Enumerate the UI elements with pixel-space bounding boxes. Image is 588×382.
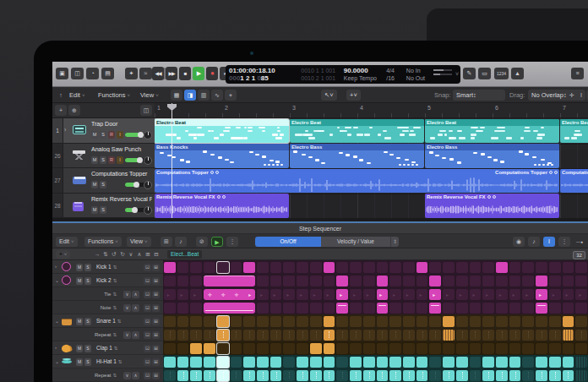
step-cell[interactable] <box>363 330 375 341</box>
step-cell[interactable] <box>350 303 362 314</box>
step-cell[interactable] <box>283 316 295 327</box>
mute-button[interactable]: M <box>76 358 83 366</box>
row-rate-icon[interactable]: ⊡ <box>144 277 151 285</box>
collapse-icon[interactable]: ⊟ <box>152 250 161 259</box>
volume-slider[interactable] <box>125 208 145 212</box>
solo-button[interactable]: S <box>84 345 91 352</box>
step-cell[interactable] <box>522 276 534 286</box>
lcd-chevron-icon[interactable]: ˅ <box>455 71 459 77</box>
step-cell[interactable] <box>482 357 494 368</box>
step-cell[interactable] <box>443 370 455 381</box>
step-cell[interactable] <box>470 343 482 354</box>
mode-velocity[interactable]: Velocity / Value <box>321 237 390 247</box>
step-cell[interactable] <box>549 276 561 286</box>
increment-icon[interactable]: ∧ <box>132 291 139 298</box>
step-cell[interactable] <box>416 262 428 273</box>
step-cell[interactable] <box>416 370 428 381</box>
step-cell[interactable]: ▸ <box>509 289 521 300</box>
step-cell[interactable] <box>204 316 215 327</box>
lcd-tempo[interactable]: 90.0000 Keep Tempo <box>340 65 383 84</box>
mute-button[interactable]: M <box>76 277 83 285</box>
step-cell[interactable] <box>509 330 521 341</box>
step-cell[interactable] <box>549 303 561 314</box>
flex-icon[interactable]: ∿ <box>211 90 223 101</box>
add-track-button[interactable]: + <box>55 105 67 116</box>
pattern-region-tab[interactable]: Elect...Beat <box>167 250 202 259</box>
step-cell[interactable] <box>509 303 521 314</box>
step-cell[interactable] <box>204 370 215 381</box>
count-in-button[interactable]: 1234 <box>494 68 509 79</box>
step-cell[interactable] <box>190 303 202 314</box>
row-rate-icon[interactable]: ⊡ <box>144 331 151 339</box>
step-cell[interactable] <box>470 316 482 327</box>
step-cell[interactable] <box>231 357 242 368</box>
step-cell[interactable] <box>297 343 308 354</box>
row-header-hi-hat-1[interactable]: ⌄MSHi-Hat 1⇅⊡⊞ <box>52 355 163 368</box>
step-cell[interactable] <box>575 330 587 341</box>
step-cell[interactable] <box>496 370 508 381</box>
more-icon[interactable]: ⋮ <box>558 237 570 247</box>
step-cell[interactable] <box>363 316 375 327</box>
step-cell[interactable]: ▸ <box>456 289 468 300</box>
step-cell[interactable] <box>549 330 561 341</box>
step-cell[interactable] <box>363 357 375 368</box>
step-cell[interactable] <box>429 262 441 273</box>
step-cell[interactable] <box>456 262 468 273</box>
step-cell[interactable] <box>350 357 362 368</box>
row-stepper-icon[interactable]: ⇅ <box>112 292 117 297</box>
menu-edit[interactable]: Edit˅ <box>66 90 88 101</box>
step-cell[interactable] <box>283 262 295 273</box>
row-rate-icon[interactable]: ⊡ <box>144 304 151 312</box>
disclosure-icon[interactable]: › <box>55 345 57 350</box>
forward-icon[interactable]: ▶▶ <box>166 67 177 80</box>
row-settings-icon[interactable]: ⊞ <box>152 372 160 379</box>
step-tie-span[interactable] <box>204 303 255 314</box>
row-rate-icon[interactable]: ⊡ <box>144 358 151 366</box>
step-cell[interactable] <box>536 276 547 286</box>
step-cell[interactable] <box>563 357 574 368</box>
step-cell[interactable] <box>509 370 521 381</box>
step-cell[interactable] <box>297 330 308 341</box>
step-cell[interactable]: ▸ <box>177 289 189 300</box>
step-cell[interactable] <box>522 316 534 327</box>
input-monitor-button[interactable]: I <box>117 131 123 139</box>
step-tie-span[interactable] <box>204 276 255 286</box>
track-name[interactable]: Remix Reverse Vocal FX <box>91 196 152 202</box>
row-stepper-icon[interactable]: ⇅ <box>112 332 117 337</box>
step-cell[interactable] <box>204 357 215 368</box>
step-cell[interactable] <box>350 370 362 381</box>
menu-functions[interactable]: Functions˅ <box>95 90 133 101</box>
step-cell[interactable] <box>231 343 242 354</box>
step-cell[interactable]: ▸ <box>324 289 335 300</box>
step-cell[interactable] <box>443 303 455 314</box>
step-cell[interactable] <box>310 262 322 273</box>
step-cell[interactable] <box>324 303 335 314</box>
step-cell[interactable] <box>297 276 308 286</box>
step-cell[interactable] <box>482 316 494 327</box>
step-cell[interactable] <box>549 343 561 354</box>
step-cell[interactable] <box>336 357 348 368</box>
more-icon[interactable]: ⋮ <box>226 237 238 247</box>
step-cell[interactable] <box>563 316 574 327</box>
step-cell[interactable] <box>377 343 389 354</box>
row-header-note[interactable]: Note⇅∨∧⊡⊞ <box>52 301 163 314</box>
step-cell[interactable] <box>231 370 242 381</box>
step-cell[interactable] <box>443 276 455 286</box>
note-value-icon[interactable]: ♪ <box>175 237 187 247</box>
step-cell[interactable] <box>310 316 322 327</box>
step-cell[interactable] <box>270 343 282 354</box>
step-tie-span[interactable]: ✛✛✛▸ <box>204 289 255 300</box>
step-cell[interactable] <box>177 303 189 314</box>
region-midi[interactable]: Electro Beat <box>560 119 588 144</box>
step-cell[interactable] <box>377 276 389 286</box>
step-cell[interactable] <box>257 316 269 327</box>
solo-button[interactable]: S <box>84 264 91 271</box>
step-cell[interactable] <box>164 316 176 327</box>
step-cell[interactable] <box>470 330 482 341</box>
step-cell[interactable] <box>549 262 561 273</box>
rewind-icon[interactable]: ◀◀ <box>152 67 164 80</box>
step-cell[interactable] <box>336 370 348 381</box>
pan-knob[interactable] <box>144 206 152 215</box>
row-rate-icon[interactable]: ⊡ <box>144 372 151 379</box>
playhead[interactable] <box>172 103 172 218</box>
